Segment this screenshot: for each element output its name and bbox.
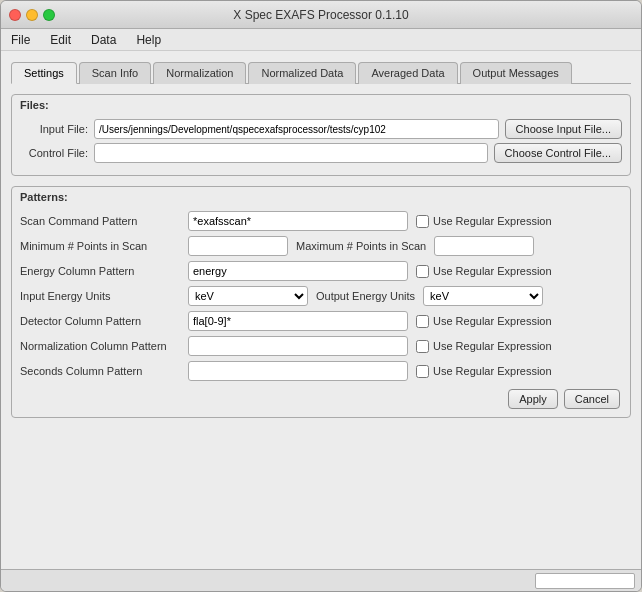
detector-col-label: Detector Column Pattern [20,315,180,327]
seconds-col-label: Seconds Column Pattern [20,365,180,377]
energy-col-row: Energy Column Pattern Use Regular Expres… [20,261,622,281]
energy-units-row: Input Energy Units keV eV Output Energy … [20,286,622,306]
scan-command-regex-checkbox[interactable] [416,215,429,228]
window-title: X Spec EXAFS Processor 0.1.10 [233,8,408,22]
title-bar: X Spec EXAFS Processor 0.1.10 [1,1,641,29]
choose-input-file-button[interactable]: Choose Input File... [505,119,622,139]
menubar: File Edit Data Help [1,29,641,51]
input-energy-label: Input Energy Units [20,290,180,302]
bottom-buttons: Apply Cancel [20,389,622,409]
input-file-label: Input File: [20,123,88,135]
patterns-section: Patterns: Scan Command Pattern Use Regul… [11,186,631,418]
seconds-col-row: Seconds Column Pattern Use Regular Expre… [20,361,622,381]
choose-control-file-button[interactable]: Choose Control File... [494,143,622,163]
energy-col-label: Energy Column Pattern [20,265,180,277]
apply-button[interactable]: Apply [508,389,558,409]
status-box [535,573,635,589]
min-points-label: Minimum # Points in Scan [20,240,180,252]
scan-command-input[interactable] [188,211,408,231]
statusbar [1,569,641,591]
min-points-input[interactable] [188,236,288,256]
detector-col-input[interactable] [188,311,408,331]
control-file-label: Control File: [20,147,88,159]
maximize-button[interactable] [43,9,55,21]
patterns-section-content: Scan Command Pattern Use Regular Express… [12,207,630,417]
input-energy-select[interactable]: keV eV [188,286,308,306]
main-window: X Spec EXAFS Processor 0.1.10 File Edit … [0,0,642,592]
menu-file[interactable]: File [7,31,34,49]
files-section: Files: Input File: Choose Input File... … [11,94,631,176]
tab-normalized-data[interactable]: Normalized Data [248,62,356,84]
tab-output-messages[interactable]: Output Messages [460,62,572,84]
energy-col-regex-checkbox[interactable] [416,265,429,278]
input-file-row: Input File: Choose Input File... [20,119,622,139]
control-file-field[interactable] [94,143,488,163]
norm-col-input[interactable] [188,336,408,356]
energy-col-input[interactable] [188,261,408,281]
cancel-button[interactable]: Cancel [564,389,620,409]
files-section-title: Files: [12,95,630,115]
patterns-section-title: Patterns: [12,187,630,207]
tab-settings[interactable]: Settings [11,62,77,84]
min-max-points-row: Minimum # Points in Scan Maximum # Point… [20,236,622,256]
tab-bar: Settings Scan Info Normalization Normali… [11,61,631,84]
scan-command-row: Scan Command Pattern Use Regular Express… [20,211,622,231]
seconds-col-regex-label[interactable]: Use Regular Expression [416,365,552,378]
control-file-row: Control File: Choose Control File... [20,143,622,163]
detector-col-regex-label[interactable]: Use Regular Expression [416,315,552,328]
detector-col-regex-checkbox[interactable] [416,315,429,328]
tab-normalization[interactable]: Normalization [153,62,246,84]
max-points-label: Maximum # Points in Scan [296,240,426,252]
menu-edit[interactable]: Edit [46,31,75,49]
menu-help[interactable]: Help [132,31,165,49]
input-file-field[interactable] [94,119,499,139]
menu-data[interactable]: Data [87,31,120,49]
detector-col-row: Detector Column Pattern Use Regular Expr… [20,311,622,331]
output-energy-label: Output Energy Units [316,290,415,302]
minimize-button[interactable] [26,9,38,21]
seconds-col-input[interactable] [188,361,408,381]
norm-col-regex-checkbox[interactable] [416,340,429,353]
tab-scan-info[interactable]: Scan Info [79,62,151,84]
seconds-col-regex-checkbox[interactable] [416,365,429,378]
traffic-lights [9,9,55,21]
output-energy-select[interactable]: keV eV [423,286,543,306]
norm-col-label: Normalization Column Pattern [20,340,180,352]
window-content: Settings Scan Info Normalization Normali… [1,51,641,569]
scan-command-regex-label[interactable]: Use Regular Expression [416,215,552,228]
max-points-input[interactable] [434,236,534,256]
norm-col-regex-label[interactable]: Use Regular Expression [416,340,552,353]
norm-col-row: Normalization Column Pattern Use Regular… [20,336,622,356]
close-button[interactable] [9,9,21,21]
scan-command-label: Scan Command Pattern [20,215,180,227]
tab-averaged-data[interactable]: Averaged Data [358,62,457,84]
files-section-content: Input File: Choose Input File... Control… [12,115,630,175]
energy-col-regex-label[interactable]: Use Regular Expression [416,265,552,278]
